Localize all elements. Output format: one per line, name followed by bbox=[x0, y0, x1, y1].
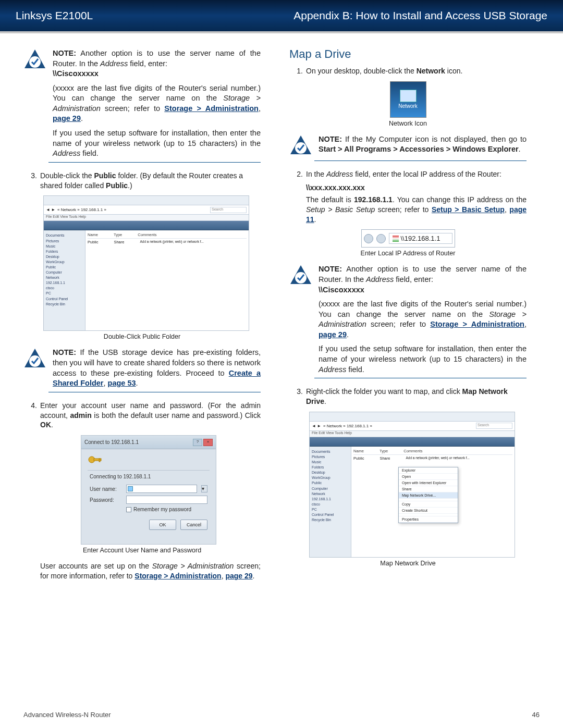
cancel-button[interactable]: Cancel bbox=[180, 520, 207, 530]
address-value: \\192.168.1.1 bbox=[401, 235, 440, 242]
storage-admin-link[interactable]: Storage > Administration bbox=[430, 320, 524, 328]
page-29-link[interactable]: page 29 bbox=[225, 572, 252, 580]
para-user-accounts: User accounts are set up on the Storage … bbox=[40, 561, 261, 581]
network-icon-label: Network Icon bbox=[289, 120, 527, 127]
checkmark-icon bbox=[289, 134, 312, 157]
checkmark-icon bbox=[23, 48, 46, 71]
context-menu[interactable]: ExplorerOpenOpen with Internet ExplorerS… bbox=[398, 467, 458, 523]
screenshot-map-drive: ◄ ►« Network » 192.168.1.1 »Search File … bbox=[309, 412, 515, 558]
note-block-1: NOTE: Another option is to use the serve… bbox=[23, 48, 261, 159]
ip-template: \\xxx.xxx.xxx.xxx bbox=[306, 183, 365, 192]
header-left: Linksys E2100L bbox=[16, 9, 93, 22]
screenshot-b-label: Enter Account User Name and Password bbox=[23, 547, 261, 554]
note-rule bbox=[48, 162, 261, 163]
step-3: 3. Double-click the Public folder. (By d… bbox=[23, 171, 261, 191]
page-29-link[interactable]: page 29 bbox=[319, 330, 347, 339]
note-rule bbox=[314, 161, 527, 161]
page-footer: Advanced Wireless-N Router 46 bbox=[23, 711, 540, 719]
explorer-nav: DocumentsPicturesMusic FoldersDesktopWor… bbox=[44, 230, 85, 330]
ok-button[interactable]: OK bbox=[149, 520, 176, 530]
step-3-right: 3. Right-click the folder you want to ma… bbox=[289, 387, 527, 406]
page-header: Linksys E2100L Appendix B: How to Instal… bbox=[0, 0, 563, 31]
page-53-link[interactable]: page 53 bbox=[108, 379, 136, 387]
storage-admin-link[interactable]: Storage > Administration bbox=[134, 572, 221, 580]
basic-setup-link[interactable]: Setup > Basic Setup bbox=[432, 205, 505, 214]
checkmark-icon bbox=[289, 264, 312, 287]
footer-page-number: 46 bbox=[532, 711, 540, 719]
step-1-right: 1. On your desktop, double-click the Net… bbox=[289, 66, 527, 76]
screenshot-login: Connect to 192.168.1.1?× Connecting to 1… bbox=[81, 435, 216, 545]
note-body: NOTE: Another option is to use the serve… bbox=[53, 48, 261, 159]
screenshot-c-label: Map Network Drive bbox=[289, 560, 527, 567]
screenshot-a-label: Double-Click Public Folder bbox=[23, 333, 261, 340]
screenshot-ip-label: Enter Local IP Address of Router bbox=[289, 250, 527, 257]
ip-paragraph: The default is 192.168.1.1. You can chan… bbox=[306, 195, 527, 225]
note-rule bbox=[314, 378, 527, 378]
page-29-link[interactable]: page 29 bbox=[53, 114, 81, 122]
network-icon-shot: Network bbox=[390, 81, 426, 118]
step-4: 4. Enter your account user name and pass… bbox=[23, 401, 261, 430]
section-heading: Map a Drive bbox=[289, 47, 527, 61]
screenshot-public-folder: ◄ ►« Network » 192.168.1.1 »Search File … bbox=[43, 195, 249, 331]
note-block-2: NOTE: If the USB storage device has pre-… bbox=[23, 348, 261, 388]
step-2-right: 2. In the Address field, enter the local… bbox=[289, 169, 527, 179]
note-block-3: NOTE: If the My Computer icon is not dis… bbox=[289, 134, 527, 157]
header-right: Appendix B: How to Install and Access US… bbox=[293, 9, 547, 22]
note-block-4: NOTE: Another option is to use the serve… bbox=[289, 264, 527, 375]
footer-left: Advanced Wireless-N Router bbox=[23, 711, 111, 719]
note-rule bbox=[48, 392, 261, 392]
screenshot-ip-bar: \\192.168.1.1 bbox=[361, 229, 455, 248]
svg-rect-6 bbox=[99, 459, 100, 462]
checkmark-icon bbox=[23, 348, 46, 371]
storage-admin-link[interactable]: Storage > Administration bbox=[164, 104, 259, 113]
left-column: NOTE: Another option is to use the serve… bbox=[23, 46, 261, 584]
right-column: Map a Drive 1. On your desktop, double-c… bbox=[289, 46, 527, 584]
